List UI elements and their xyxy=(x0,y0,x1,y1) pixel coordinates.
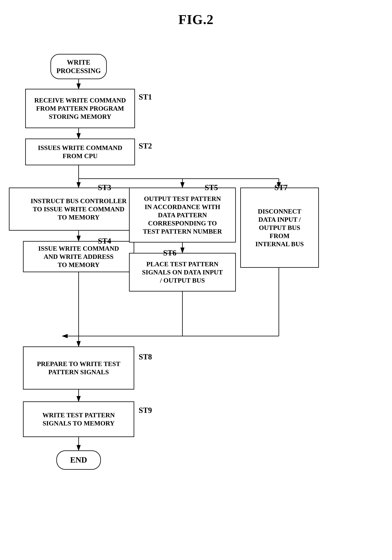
st9-label: ST9 xyxy=(139,406,152,415)
st3-box: INSTRUCT BUS CONTROLLER TO ISSUE WRITE C… xyxy=(9,188,148,231)
start-node: WRITE PROCESSING xyxy=(50,54,107,79)
st2-label: ST2 xyxy=(139,141,152,150)
page-title: FIG.2 xyxy=(0,0,392,36)
st9-box: WRITE TEST PATTERN SIGNALS TO MEMORY xyxy=(23,401,134,437)
st4-label: ST4 xyxy=(98,237,111,245)
st8-box: PREPARE TO WRITE TEST PATTERN SIGNALS xyxy=(23,346,134,390)
st8-label: ST8 xyxy=(139,352,152,361)
st7-box: DISCONNECT DATA INPUT / OUTPUT BUS FROM … xyxy=(240,188,319,268)
st1-box: RECEIVE WRITE COMMAND FROM PATTERN PROGR… xyxy=(25,89,135,128)
st3-label: ST3 xyxy=(98,183,111,192)
end-node: END xyxy=(56,450,101,470)
st5-box: OUTPUT TEST PATTERN IN ACCORDANCE WITH D… xyxy=(129,188,236,242)
st5-label: ST5 xyxy=(205,183,218,192)
st6-box: PLACE TEST PATTERN SIGNALS ON DATA INPUT… xyxy=(129,253,236,291)
st4-box: ISSUE WRITE COMMAND AND WRITE ADDRESS TO… xyxy=(23,241,134,272)
st7-label: ST7 xyxy=(274,183,288,192)
st2-box: ISSUES WRITE COMMAND FROM CPU xyxy=(25,139,135,165)
st6-label: ST6 xyxy=(163,249,176,257)
st1-label: ST1 xyxy=(139,92,152,101)
